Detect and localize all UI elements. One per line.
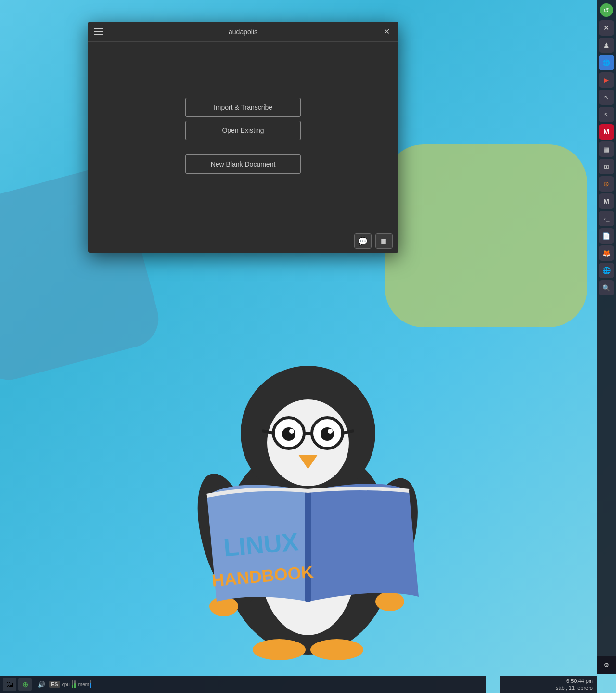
spreadsheet-icon: ▦	[603, 146, 609, 153]
sidebar-app-terminal[interactable]: ›_	[599, 211, 614, 226]
modal-body: Import & Transcribe Open Existing New Bl…	[88, 42, 398, 230]
sidebar-app-file[interactable]: 📄	[599, 228, 614, 244]
sidebar-app-circle[interactable]: ⊕	[599, 176, 614, 192]
cpu-mem-indicator: cpu mem	[62, 680, 91, 688]
search-icon: 🔍	[603, 284, 610, 292]
new-blank-document-button[interactable]: New Blank Document	[185, 154, 301, 174]
x-icon: ✕	[603, 24, 609, 32]
sidebar-app-pointer1[interactable]: ↖	[599, 90, 614, 105]
media-icon: ▶	[604, 77, 609, 84]
mem-bar-1	[90, 680, 91, 688]
sidebar-app-office[interactable]: M	[599, 124, 614, 140]
bars-icon: ▦	[381, 237, 387, 245]
modal-titlebar: audapolis ✕	[88, 22, 398, 42]
cpu-label: cpu	[62, 682, 70, 687]
firefox-icon: 🦊	[603, 249, 611, 257]
modal-close-button[interactable]: ✕	[381, 26, 393, 38]
open-existing-button[interactable]: Open Existing	[185, 121, 301, 140]
sidebar-app-search[interactable]: 🔍	[599, 280, 614, 295]
grid-icon: ⊞	[604, 163, 609, 170]
system-tray: 6:50:44 pm sáb., 11 febrero	[500, 676, 597, 693]
modal-menu-icon[interactable]	[94, 26, 105, 38]
terminal-icon: ›_	[603, 216, 609, 222]
top-icon-symbol: ↺	[603, 6, 609, 14]
apps-icon: ⊕	[22, 680, 28, 689]
clock-time: 6:50:44 pm	[556, 678, 593, 684]
taskbar-left: 🗂 ⊕	[3, 678, 32, 691]
audapolis-modal: audapolis ✕ Import & Transcribe Open Exi…	[88, 22, 398, 253]
circle-icon: ⊕	[603, 180, 609, 188]
sidebar-top-icon[interactable]: ↺	[600, 3, 613, 17]
sidebar-app-letter-m[interactable]: M	[599, 193, 614, 209]
sidebar-app-chrome[interactable]: 🌐	[599, 263, 614, 278]
chrome-icon: 🌐	[603, 267, 611, 274]
cpu-bar-2	[74, 680, 76, 688]
modal-overlay: audapolis ✕ Import & Transcribe Open Exi…	[0, 0, 486, 693]
files-icon: 🗂	[6, 680, 13, 689]
office-icon: M	[603, 128, 609, 136]
system-clock[interactable]: 6:50:44 pm sáb., 11 febrero	[556, 678, 593, 692]
letter-m-icon: M	[603, 197, 609, 205]
taskbar-apps-icon[interactable]: ⊕	[18, 678, 32, 691]
modal-footer: 💬 ▦	[88, 230, 398, 253]
pointer2-icon: ↖	[604, 111, 609, 118]
sidebar-app-figure[interactable]: ♟	[599, 38, 614, 53]
sidebar-app-grid[interactable]: ⊞	[599, 159, 614, 174]
cpu-bar-1	[72, 680, 73, 688]
corner-icon: ⚙	[604, 662, 609, 668]
mem-label: mem	[78, 682, 89, 687]
chat-icon: 💬	[358, 237, 368, 246]
taskbar: 🗂 ⊕ 🔊 ES cpu mem	[0, 676, 486, 693]
file-icon: 📄	[603, 232, 610, 240]
sidebar-app-pointer2[interactable]: ↖	[599, 107, 614, 122]
import-transcribe-button[interactable]: Import & Transcribe	[185, 98, 301, 117]
pointer1-icon: ↖	[604, 94, 609, 101]
sidebar-app-x[interactable]: ✕	[599, 20, 614, 36]
figure-icon: ♟	[603, 41, 610, 49]
locale-badge[interactable]: ES	[49, 681, 60, 688]
modal-title: audapolis	[105, 28, 381, 36]
volume-icon[interactable]: 🔊	[38, 681, 45, 688]
chat-footer-button[interactable]: 💬	[354, 233, 372, 249]
taskbar-center: 🔊	[38, 681, 45, 688]
clock-date: sáb., 11 febrero	[556, 684, 593, 691]
sidebar-app-browser[interactable]: 🌐	[599, 55, 614, 70]
sidebar-app-media[interactable]: ▶	[599, 72, 614, 88]
browser-icon: 🌐	[603, 59, 610, 66]
sidebar-app-firefox[interactable]: 🦊	[599, 245, 614, 261]
sidebar-app-spreadsheet[interactable]: ▦	[599, 141, 614, 157]
desktop: LINUX HANDBOOK audapolis ✕ Import	[0, 0, 616, 693]
sidebar-bottom-corner: ⚙	[597, 656, 616, 674]
taskbar-tray: ES	[49, 681, 60, 688]
right-sidebar: ↺ ✕ ♟ 🌐 ▶ ↖ ↖ M ▦ ⊞ ⊕	[597, 0, 616, 674]
bars-footer-button[interactable]: ▦	[375, 233, 393, 249]
taskbar-files-icon[interactable]: 🗂	[3, 678, 16, 691]
